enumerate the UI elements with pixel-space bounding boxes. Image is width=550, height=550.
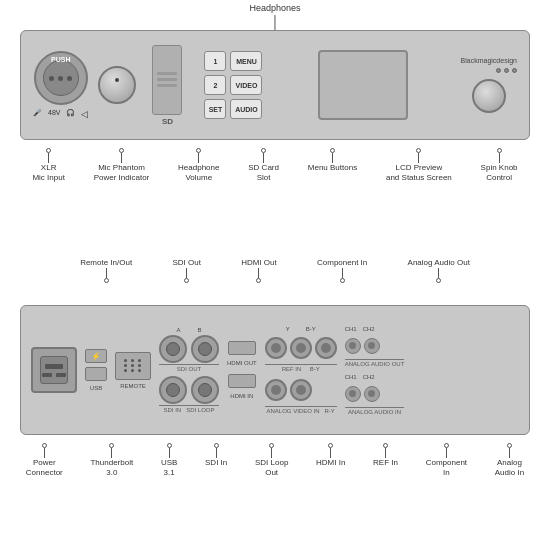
hdmi-in-port	[228, 374, 256, 388]
component-by-port	[315, 337, 337, 359]
label-sdi-out: SDI Out	[172, 258, 200, 283]
diagram-container: Headphones PUSH 🎤 48V 🎧 ◁	[0, 0, 550, 550]
button-2[interactable]: 2	[204, 75, 226, 95]
volume-knob-section	[98, 66, 136, 104]
xlr-pin	[58, 76, 63, 81]
button-set[interactable]: SET	[204, 99, 226, 119]
power-connector-port	[31, 347, 77, 393]
button-audio[interactable]: AUDIO	[230, 99, 262, 119]
label-spin-knob: Spin KnobControl	[481, 148, 518, 184]
bmd-dot	[504, 68, 509, 73]
brand-logo: Blackmagicdesign	[461, 57, 517, 65]
volume-knob[interactable]	[98, 66, 136, 104]
audio-in-ch2	[364, 386, 380, 402]
sdi-b-out	[191, 335, 219, 363]
audio-out-ch1	[345, 338, 361, 354]
spin-knob[interactable]	[472, 79, 506, 113]
hdmi-out-label: HDMI OUT	[227, 360, 257, 366]
sd-slot-section: SD	[152, 45, 182, 126]
label-phantom: Mic PhantomPower Indicator	[94, 148, 150, 184]
sd-stripe	[157, 72, 177, 75]
lcd-screen	[318, 50, 408, 120]
top-labels-row: XLRMic Input Mic PhantomPower Indicator …	[0, 148, 550, 184]
label-lcd: LCD Previewand Status Screen	[386, 148, 452, 184]
analog-video-in-label: ANALOG VIDEO IN R-Y	[265, 406, 337, 414]
ch1-out-label: CH1	[345, 326, 357, 332]
remote-dots	[124, 359, 143, 372]
remote-label: REMOTE	[120, 383, 146, 389]
sd-card-slot[interactable]	[152, 45, 182, 115]
analog-video-in-port	[265, 379, 287, 401]
label-analog-audio-in: AnalogAudio In	[495, 443, 524, 479]
knob-indicator	[115, 78, 119, 82]
label-xlr-mic: XLRMic Input	[32, 148, 64, 184]
label-hdmi-in: HDMI In	[316, 443, 345, 479]
label-power-connector: PowerConnector	[26, 443, 63, 479]
hdmi-section: HDMI OUT HDMI IN	[227, 341, 257, 399]
sdi-in-row	[159, 376, 219, 404]
thunderbolt-port: ⚡	[85, 349, 107, 363]
power-connector-section	[31, 347, 77, 393]
hdmi-in-label: HDMI IN	[230, 393, 253, 399]
power-slot-sm	[42, 373, 52, 377]
xlr-pin	[67, 76, 72, 81]
label-component-in: Component In	[317, 258, 367, 283]
bmd-dot	[496, 68, 501, 73]
button-grid: 1 MENU 2 VIDEO SET AUDIO	[204, 51, 262, 119]
audio-out-row	[345, 338, 405, 354]
sd-stripe	[157, 84, 177, 87]
ref-in-label: REF IN B-Y	[265, 364, 337, 372]
audio-in-ch1	[345, 386, 361, 402]
usb-port	[85, 367, 107, 381]
label-component-in-b: ComponentIn	[426, 443, 467, 479]
sdi-ports-section: A B SDI OUT	[159, 327, 219, 413]
sdi-port-in	[159, 376, 187, 404]
label-menu-buttons: Menu Buttons	[308, 148, 357, 184]
xlr-section: PUSH 🎤 48V 🎧 ◁	[33, 51, 88, 119]
button-row-1: 1 MENU	[204, 51, 262, 71]
thunderbolt-usb-section: ⚡ USB	[85, 349, 107, 391]
label-hdmi-out: HDMI Out	[241, 258, 277, 283]
sdi-a-label: A	[176, 327, 180, 333]
analog-audio-out-label: ANALOG AUDIO OUT	[345, 359, 405, 367]
sd-stripe	[157, 78, 177, 81]
power-slot-sm	[56, 373, 66, 377]
xlr-pins	[49, 76, 72, 81]
remote-section: REMOTE	[115, 352, 151, 389]
by-label: B-Y	[306, 326, 316, 332]
ch1-in-label: CH1	[345, 374, 357, 380]
label-sdi-in: SDI In	[205, 443, 227, 479]
bottom-labels-row: PowerConnector Thunderbolt3.0 USB3.1 SDI…	[0, 443, 550, 479]
button-row-3: SET AUDIO	[204, 99, 262, 119]
component-section: Y B-Y REF IN B-Y ANALOG VIDEO IN R-Y	[265, 326, 337, 414]
xlr-pin	[49, 76, 54, 81]
remote-port	[115, 352, 151, 380]
bmd-dot	[512, 68, 517, 73]
button-menu[interactable]: MENU	[230, 51, 262, 71]
button-1[interactable]: 1	[204, 51, 226, 71]
y-label: Y	[286, 326, 290, 332]
usb-label: USB	[90, 385, 102, 391]
button-video[interactable]: VIDEO	[230, 75, 262, 95]
audio-in-row	[345, 386, 405, 402]
label-remote: Remote In/Out	[80, 258, 132, 283]
sdi-b-label: B	[198, 327, 202, 333]
component-y-port	[290, 337, 312, 359]
hdmi-out-port	[228, 341, 256, 355]
sdi-out-row	[159, 335, 219, 363]
ref-in-port	[265, 337, 287, 359]
button-row-2: 2 VIDEO	[204, 75, 262, 95]
xlr-connector: PUSH	[34, 51, 88, 105]
sdi-port-b-out	[191, 335, 219, 363]
sd-label: SD	[162, 117, 173, 126]
bottom-panel: ⚡ USB REMOTE A B	[20, 305, 530, 435]
component-top-row	[265, 337, 337, 359]
label-analog-audio-out: Analog Audio Out	[408, 258, 470, 283]
power-inner	[40, 356, 68, 384]
volume-wedge: ◁	[81, 109, 88, 119]
component-ry-port	[290, 379, 312, 401]
top-panel: PUSH 🎤 48V 🎧 ◁	[20, 30, 530, 140]
label-sdi-loop-out: SDI LoopOut	[255, 443, 288, 479]
sdi-out-label: SDI OUT	[159, 364, 219, 372]
ch2-in-label: CH2	[363, 374, 375, 380]
